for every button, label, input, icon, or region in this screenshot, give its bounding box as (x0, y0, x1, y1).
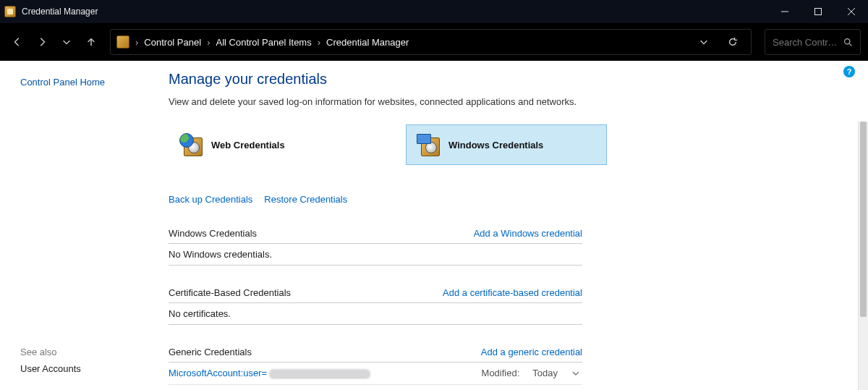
refresh-button[interactable] (720, 30, 745, 54)
titlebar: Credential Manager (0, 0, 868, 23)
chevron-right-icon: › (135, 37, 138, 48)
up-button[interactable] (81, 32, 101, 52)
section-cert-body: No certificates. (169, 303, 582, 325)
tile-label: Web Credentials (211, 140, 285, 151)
chevron-down-icon[interactable] (569, 369, 582, 378)
tile-label: Windows Credentials (448, 140, 543, 151)
breadcrumb-dropdown[interactable] (692, 30, 716, 54)
chevron-right-icon: › (318, 37, 320, 48)
breadcrumb-item[interactable]: Credential Manager (326, 37, 409, 48)
chevron-right-icon: › (207, 37, 210, 48)
modified-label: Modified: (482, 368, 520, 378)
recent-dropdown[interactable] (56, 32, 77, 52)
search-box[interactable] (765, 29, 861, 55)
generic-credential-row[interactable]: OneDrive Cached Credential Modified: 2/7… (169, 385, 582, 390)
section-cert-head: Certificate-Based Credentials Add a cert… (169, 283, 582, 303)
tile-web-credentials[interactable]: Web Credentials (169, 124, 370, 165)
search-input[interactable] (773, 37, 838, 48)
vertical-scrollbar[interactable] (858, 122, 868, 390)
scrollbar-thumb[interactable] (860, 122, 867, 317)
page-subtitle: View and delete your saved log-on inform… (169, 96, 839, 107)
breadcrumb-item[interactable]: All Control Panel Items (216, 37, 311, 48)
section-generic-head: Generic Credentials Add a generic creden… (169, 342, 582, 363)
see-also-label: See also (20, 347, 154, 357)
minimize-button[interactable] (768, 0, 801, 23)
page-heading: Manage your credentials (169, 71, 839, 88)
sidebar-user-accounts-link[interactable]: User Accounts (20, 363, 154, 374)
section-title: Certificate-Based Credentials (169, 287, 291, 298)
section-windows-head: Windows Credentials Add a Windows creden… (169, 224, 582, 244)
breadcrumb-icon (116, 35, 129, 48)
sidebar: Control Panel Home See also User Account… (0, 61, 163, 390)
svg-point-1 (845, 38, 850, 43)
forward-button[interactable] (32, 32, 52, 52)
section-title: Windows Credentials (169, 228, 257, 239)
breadcrumb[interactable]: › Control Panel › All Control Panel Item… (110, 29, 752, 55)
generic-credential-row[interactable]: MicrosoftAccount:user= Modified: Today (169, 363, 582, 385)
sidebar-home-link[interactable]: Control Panel Home (20, 77, 154, 88)
navbar: › Control Panel › All Control Panel Item… (0, 23, 868, 61)
redacted-text (269, 369, 370, 379)
restore-credentials-link[interactable]: Restore Credentials (264, 194, 347, 205)
section-title: Generic Credentials (169, 347, 252, 357)
svg-rect-0 (815, 9, 822, 15)
modified-value: Today (532, 368, 558, 378)
app-icon (4, 6, 16, 17)
section-windows-body: No Windows credentials. (169, 244, 582, 266)
breadcrumb-item[interactable]: Control Panel (144, 37, 201, 48)
backup-credentials-link[interactable]: Back up Credentials (169, 194, 252, 205)
maximize-button[interactable] (801, 0, 835, 23)
credential-name: MicrosoftAccount:user= (169, 368, 475, 379)
add-generic-credential-link[interactable]: Add a generic credential (481, 347, 582, 357)
tile-windows-credentials[interactable]: Windows Credentials (406, 124, 607, 165)
main-panel: Manage your credentials View and delete … (163, 61, 868, 390)
add-certificate-credential-link[interactable]: Add a certificate-based credential (443, 287, 582, 298)
search-icon (843, 38, 853, 47)
web-credentials-icon (179, 133, 203, 156)
window-title: Credential Manager (22, 7, 98, 17)
add-windows-credential-link[interactable]: Add a Windows credential (474, 228, 582, 239)
windows-credentials-icon (417, 133, 440, 156)
close-button[interactable] (835, 0, 868, 23)
back-button[interactable] (7, 32, 27, 52)
